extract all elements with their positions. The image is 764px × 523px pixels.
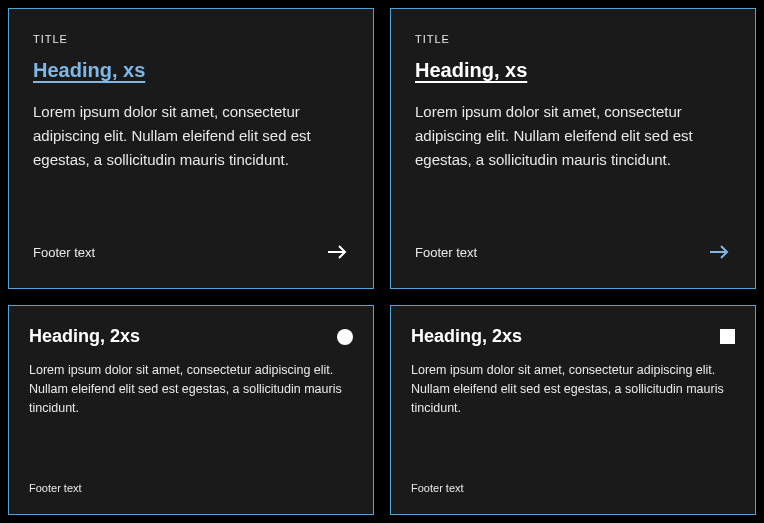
card-heading-link[interactable]: Heading, xs <box>415 59 731 82</box>
square-icon <box>720 329 735 344</box>
card-grid: TITLE Heading, xs Lorem ipsum dolor sit … <box>8 8 756 515</box>
card[interactable]: Heading, 2xs Lorem ipsum dolor sit amet,… <box>390 305 756 515</box>
card[interactable]: TITLE Heading, xs Lorem ipsum dolor sit … <box>390 8 756 289</box>
card-body-text: Lorem ipsum dolor sit amet, consectetur … <box>411 361 735 466</box>
card-footer-text: Footer text <box>29 482 82 494</box>
card-body-text: Lorem ipsum dolor sit amet, consectetur … <box>33 100 349 220</box>
card-footer: Footer text <box>33 240 349 264</box>
card-footer: Footer text <box>29 482 353 494</box>
card[interactable]: Heading, 2xs Lorem ipsum dolor sit amet,… <box>8 305 374 515</box>
card-footer: Footer text <box>415 240 731 264</box>
card-header: Heading, 2xs <box>29 326 353 347</box>
card-title-label: TITLE <box>33 33 349 45</box>
card-title-label: TITLE <box>415 33 731 45</box>
card-header: Heading, 2xs <box>411 326 735 347</box>
card-heading-link[interactable]: Heading, xs <box>33 59 349 82</box>
circle-icon <box>337 329 353 345</box>
card[interactable]: TITLE Heading, xs Lorem ipsum dolor sit … <box>8 8 374 289</box>
card-footer-text: Footer text <box>411 482 464 494</box>
card-footer: Footer text <box>411 482 735 494</box>
card-footer-text: Footer text <box>415 245 477 260</box>
arrow-right-icon[interactable] <box>707 240 731 264</box>
card-heading: Heading, 2xs <box>29 326 140 347</box>
card-body-text: Lorem ipsum dolor sit amet, consectetur … <box>415 100 731 220</box>
card-footer-text: Footer text <box>33 245 95 260</box>
card-heading: Heading, 2xs <box>411 326 522 347</box>
arrow-right-icon[interactable] <box>325 240 349 264</box>
card-body-text: Lorem ipsum dolor sit amet, consectetur … <box>29 361 353 466</box>
